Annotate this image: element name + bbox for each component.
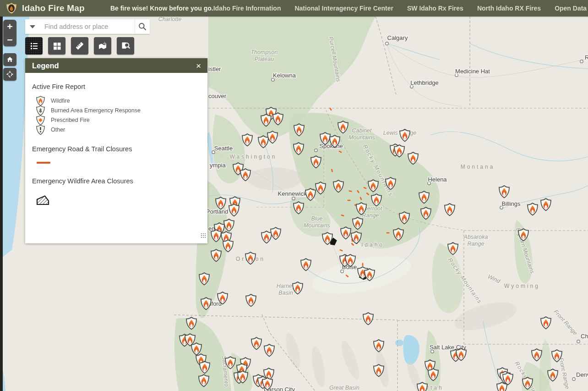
wildfire-shield-icon [36,96,45,106]
geocoder-search [25,19,150,34]
state-label: Montana [461,164,495,170]
city-label: ympia [210,162,226,169]
measure-tool-button[interactable] [71,37,88,55]
terrain-label: ThompsonPlateau [250,49,278,62]
city-label: Calgary [387,34,408,41]
city-label: Seattle [214,145,233,152]
locate-icon [6,70,14,79]
road-closure-segment[interactable] [348,200,351,201]
terrain-label: AbsarokaRange [463,234,488,247]
legend-section-title: Active Fire Report [32,83,201,90]
city-label: Helena [428,176,447,183]
legend-item-prescribed-fire: Prescribed Fire [36,115,201,125]
document-search-icon [120,41,131,51]
legend-item-wildfire: Wildfire [36,96,201,105]
city-dot [315,149,317,152]
city-label: istler [208,66,221,72]
idaho-fire-map-app: Idaho Fire Map Be fire wise! Know before… [0,0,588,391]
city-label: Portland [206,208,228,215]
nav-link-sw-idaho-rx-fires[interactable]: SW Idaho Rx Fires [407,5,463,12]
legend-list-icon [29,41,39,51]
app-header: Idaho Fire Map Be fire wise! Know before… [0,0,588,17]
city-label: couver [208,93,227,99]
state-label: Washington [230,154,277,160]
ruler-icon [75,41,85,51]
city-label: Kelowna [273,72,296,79]
legend-tool-button[interactable] [25,37,43,55]
road-closure-segment[interactable] [362,263,364,266]
zoom-out-button[interactable]: − [3,33,16,46]
state-label: Idaho [361,242,384,248]
search-input[interactable] [40,19,135,34]
city-label: Che [581,333,588,340]
chevron-down-icon [30,25,35,28]
terrain-label: Charlotte [158,17,182,22]
home-button[interactable] [3,53,16,66]
state-label: Wyoming [504,283,540,289]
legend-title: Legend [32,61,59,70]
search-submit-button[interactable] [135,19,150,34]
legend-section-title: Emergency Wildfire Area Closures [32,177,201,185]
locate-button[interactable] [3,68,16,81]
fire-marker[interactable] [417,382,427,391]
baer-tree-shield-icon [36,105,45,116]
area-closure-polygon-swatch [36,195,50,206]
other-exclamation-shield-icon [36,125,45,135]
zoom-in-button[interactable]: + [3,20,16,33]
zoom-control: + − [3,20,16,46]
city-dot [580,60,583,63]
nav-link-north-idaho-rx-fires[interactable]: North Idaho RX Fires [477,5,541,12]
city-dot [572,378,575,380]
legend-section-title: Emergency Road & Trail Closures [32,145,201,153]
city-dot [577,340,580,343]
legend-item-other: Other [36,125,201,134]
nav-link-open-data-portal[interactable]: Open Data Portal [555,5,588,12]
city-label: Lethbridge [410,79,438,86]
legend-close-button[interactable]: × [195,61,202,70]
prescribed-fire-shield-icon [36,115,45,125]
legend-item-label: Burned Area Emergency Response [51,107,141,114]
page-title: Idaho Fire Map [22,3,85,13]
fire-marker[interactable] [497,382,507,391]
legend-item-label: Prescribed Fire [51,117,90,123]
terrain-label: Great Basin [329,385,359,391]
map-canvas[interactable]: WashingtonOregonIdahoMontanaWyomingUtahT… [0,17,588,391]
city-label: Kennewick [278,190,307,197]
query-tool-button[interactable] [117,37,134,55]
home-icon [6,55,14,64]
road-closure-line-swatch [37,162,50,164]
window-edge-strip [0,17,3,391]
city-label: Medicine Hat [455,68,490,75]
legend-item-label: Other [51,127,65,133]
basemap-grid-icon [52,41,62,51]
panel-resize-handle[interactable] [200,232,206,238]
legend-item-label: Wildfire [51,98,70,104]
search-source-dropdown[interactable] [25,19,40,34]
city-label: R [585,54,588,61]
legend-header: Legend × [25,58,207,73]
city-label: Billings [501,200,521,207]
nav-link-national-interagency-fire-center[interactable]: National Interagency Fire Center [294,5,393,12]
nav-link-idaho-fire-information[interactable]: Idaho Fire Information [213,5,281,12]
basemap-gallery-button[interactable] [48,37,65,55]
map-plus-icon [98,41,108,51]
road-closure-segment[interactable] [387,232,390,234]
legend-panel: Legend × Active Fire Report Wildfire [25,58,207,243]
header-tagline: Be fire wise! Know before you go. [110,5,213,12]
add-data-button[interactable] [94,37,111,55]
legend-body: Active Fire Report Wildfire Burned Area … [25,73,207,240]
map-toolbar [25,37,134,55]
header-nav: Idaho Fire Information National Interage… [213,5,588,12]
search-icon [138,22,147,31]
city-label: Denv [576,371,588,378]
terrain-label: CabinetMountains [348,127,375,141]
idaho-fire-logo-icon [5,2,17,14]
city-dot [386,42,388,45]
legend-item-baer: Burned Area Emergency Response [36,105,201,115]
city-dot [292,197,295,200]
